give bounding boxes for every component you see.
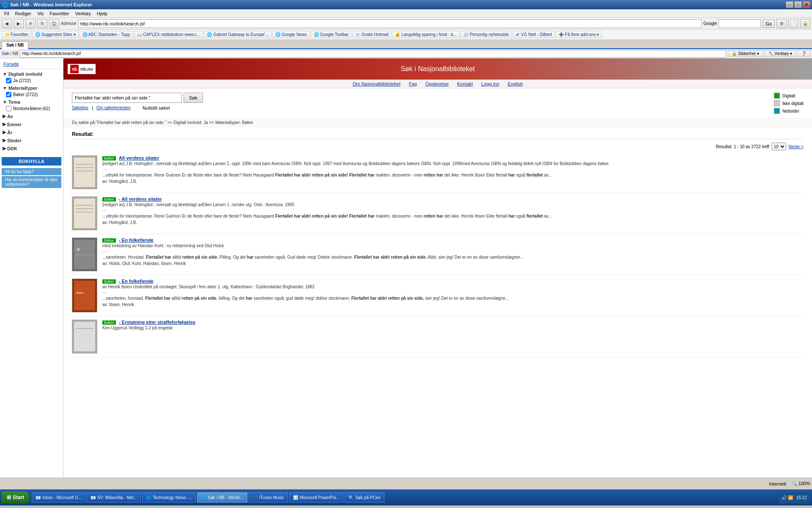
bokhylla-box[interactable]: BOKHYLLA: [2, 157, 61, 166]
favorites-btn[interactable]: ⭐Favoritter: [2, 31, 31, 38]
bokhylla-help-btn[interactable]: Vil du ha hjelp?: [2, 168, 61, 175]
menu-hjelp[interactable]: Hjelp: [94, 10, 110, 17]
sidebar-section-digitalt[interactable]: ▼ Digitalt innhold: [0, 70, 63, 77]
menu-vis[interactable]: Vis: [35, 10, 46, 17]
search-button[interactable]: Søk: [184, 93, 203, 103]
checkbox-boker[interactable]: [6, 92, 11, 97]
next-link[interactable]: Neste->: [789, 144, 804, 149]
google-news-btn[interactable]: 🌐 Google News: [272, 31, 310, 38]
sidebar: Forside ▼ Digitalt innhold Ja (2722) ▼ M…: [0, 58, 63, 478]
sidebar-section-steder[interactable]: ▶ Steder: [0, 136, 63, 144]
abc-startsiden-btn[interactable]: 🌐 ABC Startsiden - Topp: [80, 31, 133, 38]
taskbar-item-sok[interactable]: 🔍 Søk på PCen: [345, 492, 384, 502]
result-title-2[interactable]: - All verdens sitater: [119, 196, 162, 202]
search-input-main[interactable]: [72, 93, 182, 103]
result-title-1[interactable]: All verdens sitater: [119, 155, 159, 160]
home-button[interactable]: 🏠: [49, 19, 59, 28]
nav-english[interactable]: English: [508, 81, 523, 86]
nav-kontakt[interactable]: Kontakt: [457, 81, 473, 86]
nav-fag[interactable]: Fag: [409, 81, 417, 86]
address-field[interactable]: [78, 19, 702, 28]
caplex-btn[interactable]: 📖 CAPLEX nettleksikon www.c...: [134, 31, 203, 38]
sidebar-section-ar[interactable]: ▶ År: [0, 128, 63, 136]
result-desc-4: av Henrik Ibsen Undertittel på omslaget:…: [102, 284, 804, 289]
taskbar-item-sv[interactable]: 📧 SV: Milanofila - Mel...: [87, 492, 141, 502]
vg-dilbert-btn[interactable]: 🗞 VG Nett - Dilbert: [513, 31, 555, 38]
sub-bar-right: 🔒 Sikkerhet ▾ 🔧 Verktøy ▾ ❓: [728, 50, 810, 57]
sidebar-section-emner[interactable]: ▶ Emner: [0, 120, 63, 128]
forward-button[interactable]: ▶: [14, 19, 24, 28]
result-item: ibsen Bøker - En folkefiende av Henrik I…: [72, 275, 804, 316]
sub-address-field[interactable]: [20, 50, 726, 58]
nullstill-link[interactable]: Nullstill søket: [143, 105, 170, 110]
minimize-button[interactable]: ─: [786, 1, 793, 8]
tab-sok-i-nb[interactable]: Søk i NB: [2, 41, 28, 49]
refresh-button[interactable]: ↻: [37, 19, 47, 28]
menu-fil[interactable]: Fil: [2, 10, 12, 17]
gabriel-btn[interactable]: 🌐 Gabriel Gateway to Europe'...: [204, 31, 272, 38]
menu-verktoy[interactable]: Verktøy: [73, 10, 93, 17]
sub-bar: Søk i NB 🔒 Sikkerhet ▾ 🔧 Verktøy ▾ ❓: [0, 49, 812, 58]
taskbar-item-inbox[interactable]: 📧 Inbox - Microsoft O...: [32, 492, 85, 502]
nyhetsside-btn[interactable]: 📰 Personlig nyhetsside: [461, 31, 512, 38]
nb-logo: nb nb.no: [68, 64, 96, 74]
menu-favoritter[interactable]: Favoritter: [47, 10, 71, 17]
result-title-5[interactable]: - Erstatning etter straffeforfølgelse: [119, 320, 195, 325]
sub-question-btn[interactable]: ❓: [798, 50, 810, 57]
taskbar-item-itunes[interactable]: 🎵 iTunes Music: [249, 492, 288, 502]
suggested-sites-btn[interactable]: 🌐 Suggested Sites ▾: [32, 31, 78, 38]
sidebar-checkbox-boker[interactable]: Bøker (2722): [0, 91, 63, 98]
taskbar-item-powerpoint[interactable]: 📊 Microsoft PowerPoi...: [289, 492, 343, 502]
fond-btn[interactable]: 💰 Langsiktig sparing i fond - b...: [392, 31, 459, 38]
page-icon[interactable]: 📄: [788, 19, 798, 28]
checkbox-ja[interactable]: [6, 78, 11, 83]
menu-rediger[interactable]: Rediger: [13, 10, 34, 17]
sidebar-section-materialtyper[interactable]: ▼ Materialtyper: [0, 84, 63, 91]
google-search-input[interactable]: [719, 19, 761, 28]
more-addons-btn[interactable]: ➕ Få flere add-ons ▾: [556, 31, 602, 38]
results-meta: Resultat: 1 - 10 av 2722 treff 10 20 50 …: [72, 142, 804, 152]
checkbox-nord[interactable]: [6, 106, 11, 111]
result-type-3: Bøker: [102, 238, 116, 243]
breadcrumb: Du søkte på:"Flertallet har aldri retten…: [63, 119, 812, 127]
checkbox-nord-label: Nordområdene (62): [13, 106, 50, 111]
result-title-3[interactable]: - En folkefiende: [119, 237, 154, 243]
taskbar-item-technews[interactable]: 🌐 Technology News -...: [142, 492, 196, 502]
result-item: Bøker All verdens sitater [redigert av] …: [72, 152, 804, 193]
svg-rect-6: [74, 199, 95, 228]
search-go-button[interactable]: Go: [763, 19, 775, 28]
restore-button[interactable]: □: [794, 1, 802, 8]
sub-security-btn[interactable]: 🔒 Sikkerhet ▾: [728, 50, 763, 57]
forside-link[interactable]: Forside: [0, 60, 63, 68]
status-bar: Internett 🔍 100%: [0, 478, 812, 489]
sidebar-section-ddk[interactable]: ▶ DDK: [0, 144, 63, 152]
taskbar-item-soknb[interactable]: 🌐 Søk i NB - Windo...: [197, 492, 247, 502]
sub-verktoy-btn[interactable]: 🔧 Verktøy ▾: [765, 50, 796, 57]
back-button[interactable]: ◀: [2, 19, 12, 28]
result-author-2: av: Holmgård, J.B.: [102, 220, 804, 225]
start-button[interactable]: ⊞ Start: [2, 491, 29, 503]
sidebar-checkbox-ja[interactable]: Ja (2722): [0, 77, 63, 84]
sidebar-section-av[interactable]: ▶ Av: [0, 112, 63, 120]
sidebar-checkbox-nord[interactable]: Nordområdene (62): [0, 105, 63, 112]
nav-om[interactable]: Om Nasjonalbiblioteket: [353, 81, 401, 86]
svg-text:ibsen: ibsen: [77, 291, 84, 294]
results-per-page[interactable]: 10 20 50: [772, 143, 786, 150]
om-soketjenesten-link[interactable]: Om søketjenesten: [96, 105, 131, 110]
dot-nettsider: [774, 108, 780, 114]
nav-opplevelse[interactable]: Opplevelse: [425, 81, 449, 86]
tools-icon[interactable]: ⚙: [776, 19, 787, 28]
google-toolbar-btn[interactable]: 🌐 Google Toolbar: [311, 31, 351, 38]
filter-ikke-digitalt: Ikke digitalt: [774, 100, 804, 106]
security-icon[interactable]: 🔒: [800, 19, 810, 28]
nav-logg-inn[interactable]: Logg inn: [481, 81, 499, 86]
stop-button[interactable]: ✕: [25, 19, 36, 28]
soketips-link[interactable]: Søketips: [72, 105, 88, 110]
hotmail-btn[interactable]: 📧 Gratis Hotmail: [352, 31, 391, 38]
close-button[interactable]: ✕: [803, 1, 810, 8]
result-content-4: Bøker - En folkefiende av Henrik Ibsen U…: [102, 279, 804, 312]
result-title-4[interactable]: - En folkefiende: [119, 279, 154, 284]
bokhylla-comments-btn[interactable]: Har du kommentarer til våre nettjenester…: [2, 176, 61, 188]
sidebar-section-tema[interactable]: ▼ Tema: [0, 98, 63, 105]
result-author-3: av: Holck, Oluf; Koht, Halvdan; Ibsen, H…: [102, 261, 804, 266]
